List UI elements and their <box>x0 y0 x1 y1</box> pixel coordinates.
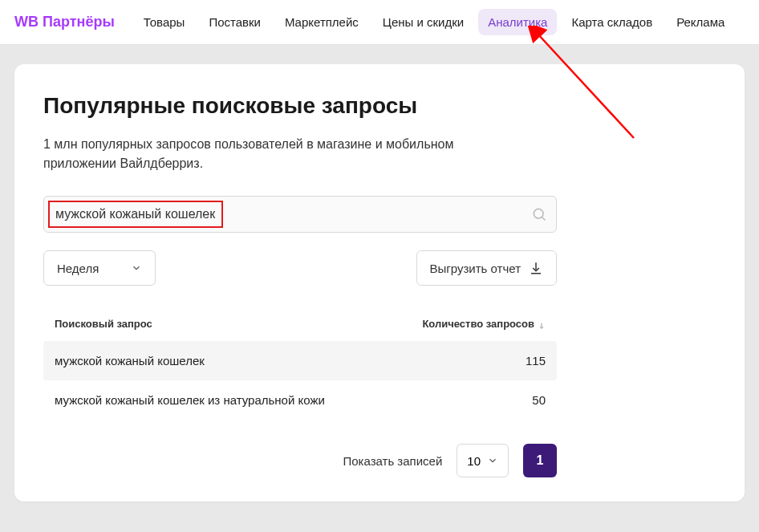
page-number-button[interactable]: 1 <box>523 444 557 477</box>
table-header: Поисковый запрос Количество запросов <box>43 310 557 341</box>
top-bar: WB Партнёры Товары Поставки Маркетплейс … <box>0 0 759 45</box>
col-header-query[interactable]: Поисковый запрос <box>55 318 401 330</box>
period-select-value: Неделя <box>57 262 99 275</box>
table-row: мужской кожаный кошелек 115 <box>43 341 557 380</box>
content-card: Популярные поисковые запросы 1 млн попул… <box>14 64 745 502</box>
download-icon <box>529 261 543 275</box>
search-wrap <box>43 196 557 233</box>
svg-line-1 <box>542 217 546 221</box>
period-select[interactable]: Неделя <box>43 250 156 286</box>
col-header-count[interactable]: Количество запросов <box>401 318 546 330</box>
export-report-button[interactable]: Выгрузить отчет <box>416 250 557 286</box>
cell-count: 50 <box>401 393 546 407</box>
export-report-label: Выгрузить отчет <box>430 262 521 275</box>
nav-item-marketplace[interactable]: Маркетплейс <box>275 9 368 35</box>
table-row: мужской кожаный кошелек из натуральной к… <box>43 380 557 420</box>
search-input[interactable] <box>43 196 557 233</box>
show-records-label: Показать записей <box>343 454 442 468</box>
nav-item-goods[interactable]: Товары <box>134 9 195 35</box>
logo[interactable]: WB Партнёры <box>14 14 115 30</box>
cell-query: мужской кожаный кошелек из натуральной к… <box>55 393 401 407</box>
page-size-select[interactable]: 10 <box>457 444 509 477</box>
cell-query: мужской кожаный кошелек <box>55 354 401 368</box>
chevron-down-icon <box>131 262 142 274</box>
nav-item-analytics[interactable]: Аналитика <box>478 9 557 35</box>
controls-row: Неделя Выгрузить отчет <box>43 250 557 286</box>
main-nav: Товары Поставки Маркетплейс Цены и скидк… <box>134 9 735 35</box>
page-description: 1 млн популярных запросов пользователей … <box>43 135 525 173</box>
sort-down-icon <box>538 320 546 328</box>
nav-item-warehouses[interactable]: Карта складов <box>562 9 662 35</box>
nav-item-supplies[interactable]: Поставки <box>199 9 270 35</box>
cell-count: 115 <box>401 354 546 368</box>
svg-point-0 <box>534 209 543 218</box>
chevron-down-icon <box>487 455 498 466</box>
nav-item-ads[interactable]: Реклама <box>667 9 734 35</box>
col-header-count-label: Количество запросов <box>422 318 534 330</box>
nav-item-prices[interactable]: Цены и скидки <box>373 9 473 35</box>
page-title: Популярные поисковые запросы <box>43 93 716 119</box>
search-icon <box>531 206 547 222</box>
results-table: Поисковый запрос Количество запросов муж… <box>43 310 557 420</box>
table-footer: Показать записей 10 1 <box>43 444 557 477</box>
page-size-value: 10 <box>467 454 481 468</box>
